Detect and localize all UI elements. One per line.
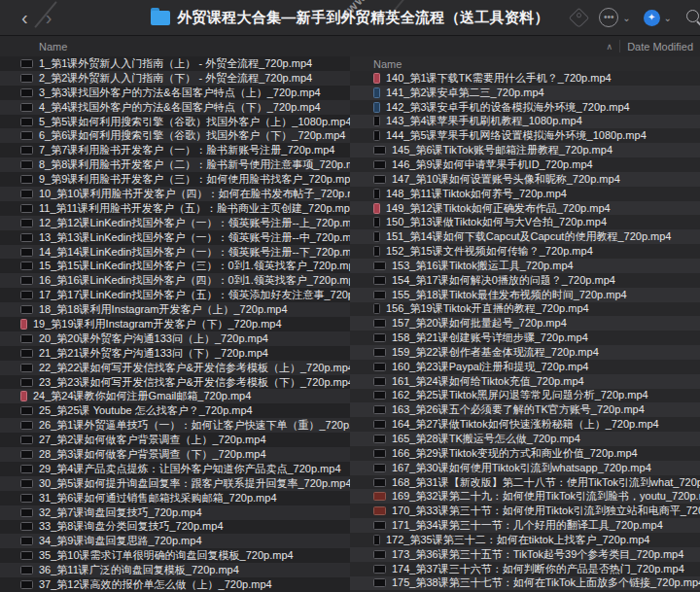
file-row[interactable]: 153_第16课Tiktok搬运工具_720p.mp4 bbox=[350, 259, 700, 273]
file-row[interactable]: 161_第24课如何给Tiktok充值_720p.mp4 bbox=[350, 374, 700, 389]
video-file-icon bbox=[373, 464, 386, 472]
file-row[interactable]: 16_第16课LinKedin找国外客户（四）：0到1.领英找客户_720p.m… bbox=[0, 273, 350, 288]
file-row[interactable]: 150_第13课做Tiktok如何与大V合拍_720p.mp4 bbox=[350, 215, 700, 229]
file-row[interactable]: 24_第24课教你如何注册Gmail邮箱_720p.mp4 bbox=[0, 389, 350, 403]
file-row[interactable]: 3_第3课找国外客户的方法&各国客户特点（上）_720p.mp4 bbox=[0, 86, 350, 100]
search-icon[interactable] bbox=[684, 8, 700, 27]
file-row[interactable]: 143_第4课苹果手机刷机教程_1080p.mp4 bbox=[350, 115, 700, 129]
file-row[interactable]: 166_第29课Tiktok变现的方式和商业价值_720p.mp4 bbox=[350, 446, 700, 461]
file-row[interactable]: 148_第11课Tiktok如何养号_720p.mp4 bbox=[350, 187, 700, 201]
file-row[interactable]: 156_第19课Tiktok开直播的教程_720p.mp4 bbox=[350, 302, 700, 317]
file-row[interactable]: 146_第9课如何申请苹果手机ID_720p.mp4 bbox=[350, 157, 700, 172]
file-row[interactable]: 149_第12课Tiktok如何正确发布作品_720p.mp4 bbox=[350, 201, 700, 216]
sort-direction-icon[interactable]: ∧ bbox=[607, 42, 613, 52]
file-row[interactable]: 26_第1课外贸逼单技巧（一）：如何让客户快速下单（重）_720p.mp4 bbox=[0, 418, 350, 433]
file-row[interactable]: 145_第6课TikTok账号邮箱注册教程_720p.mp4 bbox=[350, 143, 700, 157]
file-row[interactable]: 5_第5课如何利用搜索引擎（谷歌）找国外客户（上）_1080p.mp4 bbox=[0, 115, 350, 129]
share-icon[interactable]: ✦ bbox=[644, 10, 660, 26]
file-row[interactable]: 1_第1课外贸新人入门指南（上） - 外贸全流程_720p.mp4 bbox=[0, 56, 350, 71]
file-row[interactable]: 160_第23课Paypal注册和提现_720p.mp4 bbox=[350, 360, 700, 374]
forward-icon[interactable]: › bbox=[46, 8, 52, 27]
file-row[interactable]: 34_第9课询盘回复思路_720p.mp4 bbox=[0, 534, 350, 548]
column-header-date-modified[interactable]: Date Modified bbox=[627, 41, 693, 52]
file-name: 16_第16课LinKedin找国外客户（四）：0到1.领英找客户_720p.m… bbox=[39, 273, 350, 288]
file-name: 15_第15课LinKedin找国外客户（三）：0到1.领英找客户_720p.m… bbox=[39, 259, 350, 273]
column-header-name[interactable]: Name bbox=[39, 41, 67, 52]
file-row[interactable]: 158_第21课创建账号详细步骤_720p.mp4 bbox=[350, 331, 700, 345]
file-row[interactable]: 18_第18课利用Instagram开发客户（上）_720p.mp4 bbox=[0, 302, 350, 317]
file-row[interactable]: 13_第13课LinKedin找国外客户（一）：领英账号注册--中_720p.m… bbox=[0, 230, 350, 245]
file-row[interactable]: 35_第10课需求订单很明确的询盘回复模板_720p.mp4 bbox=[0, 548, 350, 563]
file-row[interactable]: 170_第33课第三十节：如何使用Tiktok引流到独立站和电商平_720p.m… bbox=[350, 504, 700, 518]
window-title: 外贸课程大合集—新手到外贸精英全流程（送工具资料） bbox=[177, 9, 549, 27]
file-row[interactable]: 173_第36课第三十五节：TikTok起号39个参考类目_720p.mp4 bbox=[350, 547, 700, 562]
file-name: 154_第17课如何解决0播放的问题？_720p.mp4 bbox=[392, 273, 615, 288]
file-row[interactable]: 11_第11课利用脸书开发客户（五）：脸书商业主页创建_720p.mp4 bbox=[0, 201, 350, 216]
file-row[interactable]: 152_第15课文件视频如何传输？_720p.mp4 bbox=[350, 244, 700, 259]
file-row[interactable]: 174_第37课三十六节：如何判断你的产品是否热门_720p.mp4 bbox=[350, 562, 700, 576]
file-row[interactable]: 155_第18课Tiktok最佳发布视频的时间_720p.mp4 bbox=[350, 288, 700, 302]
file-row[interactable]: 30_第5课如何提升询盘回复率：跟客户联系提升回复率_720p.mp4 bbox=[0, 476, 350, 491]
video-file-icon bbox=[20, 59, 33, 68]
column-divider bbox=[619, 40, 620, 52]
file-row[interactable]: 22_第22课如何写开发信找客户&开发信参考模板（上）_720p.mp4 bbox=[0, 361, 350, 375]
file-name: 20_第20课外贸客户沟通133问（上）_720p.mp4 bbox=[39, 331, 268, 346]
file-row[interactable]: 171_第34课第三十一节：几个好用的翻译工具_720p.mp4 bbox=[350, 518, 700, 533]
file-row[interactable]: 163_第26课五个必须要了解的TK官方账号_720p.mp4 bbox=[350, 402, 700, 417]
file-row[interactable]: 4_第4课找国外客户的方法&各国客户特点（下）_720p.mp4 bbox=[0, 100, 350, 115]
file-row[interactable]: 28_第3课如何做客户背景调查（下）_720p.mp4 bbox=[0, 447, 350, 462]
file-row[interactable]: 36_第11课广泛的询盘回复模板_720p.mp4 bbox=[0, 563, 350, 577]
file-name: 151_第14课如何下载Capcut及Capcut的使用教程_720p.mp4 bbox=[386, 229, 671, 244]
file-row[interactable]: 12_第12课LinKedin找国外客户（一）：领英账号注册--上_720p.m… bbox=[0, 216, 350, 230]
video-file-icon bbox=[20, 305, 33, 314]
file-name: 28_第3课如何做客户背景调查（下）_720p.mp4 bbox=[39, 447, 266, 462]
file-row[interactable]: 19_第19课利用Instagram开发客户（下）_720p.mp4 bbox=[0, 317, 350, 331]
file-row[interactable]: 168_第31课【新改版】第二十八节：使用TikTok引流到what_720p.… bbox=[350, 475, 700, 490]
video-file-icon bbox=[20, 494, 33, 503]
file-row[interactable]: 15_第15课LinKedin找国外客户（三）：0到1.领英找客户_720p.m… bbox=[0, 259, 350, 273]
back-icon[interactable]: ‹ bbox=[21, 8, 28, 27]
file-row[interactable]: 147_第10课如何设置账号头像和昵称_720p.mp4 bbox=[350, 172, 700, 187]
file-row[interactable]: 165_第28课TK搬运号怎么做_720p.mp4 bbox=[350, 432, 700, 446]
video-file-icon bbox=[20, 131, 33, 140]
file-name: 161_第24课如何给Tiktok充值_720p.mp4 bbox=[392, 374, 584, 389]
file-row[interactable]: 172_第35课第三十二：如何在tiktok上找客户_720p.mp4 bbox=[350, 533, 700, 547]
file-row[interactable]: 157_第20课如何批量起号_720p.mp4 bbox=[350, 316, 700, 331]
file-row[interactable]: 142_第3课安卓手机的设备模拟海外环境_720p.mp4 bbox=[350, 100, 700, 115]
file-row[interactable]: 6_第6课如何利用搜索引擎（谷歌）找国外客户（下）_720p.mp4 bbox=[0, 128, 350, 143]
file-name: 170_第33课第三十节：如何使用Tiktok引流到独立站和电商平_720p.m… bbox=[392, 504, 700, 518]
file-row[interactable]: 33_第8课询盘分类回复技巧_720p.mp4 bbox=[0, 520, 350, 535]
file-row[interactable]: 151_第14课如何下载Capcut及Capcut的使用教程_720p.mp4 bbox=[350, 229, 700, 244]
video-file-icon bbox=[373, 261, 386, 270]
file-row[interactable]: 169_第32课第二十九：如何使用TikTok引流到脸书，youtu_720p.… bbox=[350, 489, 700, 504]
file-row[interactable]: 23_第23课如何写开发信找客户&开发信参考模板（下）_720p.mp4 bbox=[0, 375, 350, 390]
file-row[interactable]: 10_第10课利用脸书开发客户（四）：如何在脸书发布帖子_720p.mp4 bbox=[0, 187, 350, 201]
file-row[interactable]: 32_第7课询盘回复技巧_720p.mp4 bbox=[0, 505, 350, 520]
file-row[interactable]: 21_第21课外贸客户沟通133问（下）_720p.mp4 bbox=[0, 346, 350, 361]
file-row[interactable]: 141_第2课安卓第二三_720p.mp4 bbox=[350, 86, 700, 100]
file-row[interactable]: 17_第17课LinKedin找国外客户（五）：领英添加好友注意事_720p.m… bbox=[0, 288, 350, 302]
file-row[interactable]: 162_第25课Tiktok黑屏闪退等常见问题分析_720p.mp4 bbox=[350, 389, 700, 403]
more-options-icon[interactable]: ••• bbox=[599, 8, 618, 27]
file-row[interactable]: 144_第5课苹果手机网络设置模拟海外环境_1080p.mp4 bbox=[350, 128, 700, 143]
file-row[interactable]: 14_第14课LinKedin找国外客户（一）：领英账号注册--下_720p.m… bbox=[0, 245, 350, 260]
tag-icon[interactable] bbox=[569, 7, 589, 27]
file-row[interactable]: 37_第12课高效的报价单怎么做（上）_720p.mp4 bbox=[0, 577, 350, 592]
file-row[interactable]: 31_第6课如何通过销售邮箱找采购邮箱_720p.mp4 bbox=[0, 491, 350, 505]
file-row[interactable]: 154_第17课如何解决0播放的问题？_720p.mp4 bbox=[350, 273, 700, 288]
file-row[interactable]: 7_第7课利用脸书开发客户（一）：脸书新账号注册_720p.mp4 bbox=[0, 143, 350, 157]
file-row[interactable]: 9_第9课利用脸书开发客户（三）：如何使用脸书找客户_720p.mp4 bbox=[0, 172, 350, 187]
file-row[interactable]: 164_第27课做Tiktok如何快速涨粉秘籍（上）_720p.mp4 bbox=[350, 417, 700, 432]
file-row[interactable]: 25_第25课 Youtube 怎么找客户？_720p.mp4 bbox=[0, 403, 350, 418]
file-row[interactable]: 175_第38课第三十七节：如何在TikTok上面放多个链接_720p.mp4 bbox=[350, 576, 700, 591]
file-row[interactable]: 140_第1课下载TK需要用什么手机？_720p.mp4 bbox=[350, 71, 700, 86]
file-row[interactable]: 27_第2课如何做客户背景调查（上）_720p.mp4 bbox=[0, 433, 350, 447]
file-row[interactable]: 159_第22课创作者基金体现流程_720p.mp4 bbox=[350, 345, 700, 360]
column-header-name-right[interactable]: Name bbox=[350, 56, 700, 71]
file-row[interactable]: 2_第2课外贸新人入门指南（下） - 外贸全流程_720p.mp4 bbox=[0, 71, 350, 86]
file-name: 12_第12课LinKedin找国外客户（一）：领英账号注册--上_720p.m… bbox=[39, 216, 350, 230]
file-row[interactable]: 29_第4课产品卖点提炼：让国外客户知道你产品卖点_720p.mp4 bbox=[0, 462, 350, 476]
file-row[interactable]: 167_第30课如何使用Tiktok引流到whatsapp_720p.mp4 bbox=[350, 461, 700, 475]
file-row[interactable]: 8_第8课利用脸书开发客户（二）：脸书新号使用注意事项_720p.mp4 bbox=[0, 157, 350, 172]
file-row[interactable]: 20_第20课外贸客户沟通133问（上）_720p.mp4 bbox=[0, 331, 350, 346]
